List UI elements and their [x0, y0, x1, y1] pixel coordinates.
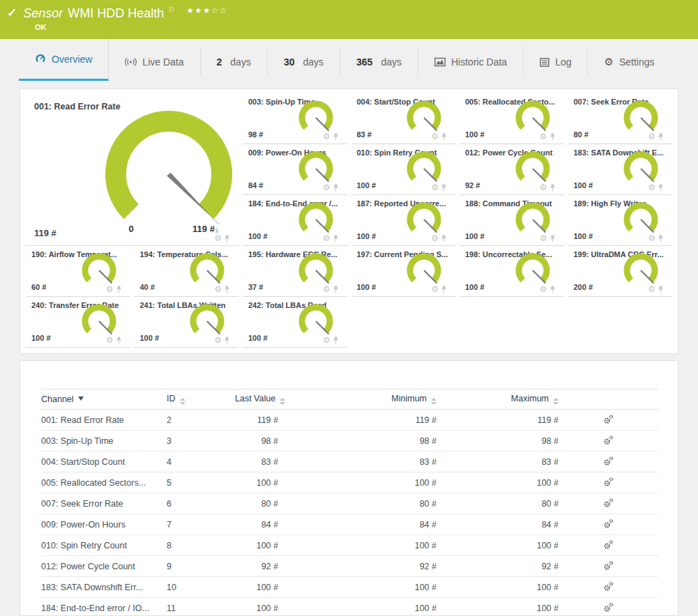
channel-settings-icon[interactable] — [603, 456, 614, 466]
tab-settings[interactable]: ⚙ Settings — [588, 47, 670, 77]
table-row[interactable]: 012: Power Cycle Count 9 92 # 92 # 92 # — [41, 556, 658, 577]
column-header-channel[interactable]: Channel — [41, 390, 167, 410]
cell-channel: 010: Spin Retry Count — [41, 535, 167, 556]
cell-last-value: 119 # — [235, 410, 278, 431]
pin-icon[interactable] — [441, 286, 447, 293]
column-header-last-value[interactable]: Last Value — [235, 390, 278, 410]
cell-channel: 007: Seek Error Rate — [41, 493, 167, 514]
tab-2-days[interactable]: 2 days — [201, 47, 268, 77]
channel-settings-icon[interactable] — [603, 498, 614, 508]
table-row[interactable]: 183: SATA Downshift Err... 10 100 # 100 … — [41, 577, 658, 598]
tab-settings-label: Settings — [619, 56, 655, 68]
cell-minimum: 100 # — [278, 577, 437, 598]
table-row[interactable]: 007: Seek Error Rate 6 80 # 80 # 80 # — [41, 493, 658, 514]
pin-icon[interactable] — [116, 286, 122, 293]
channel-settings-icon[interactable] — [603, 602, 614, 613]
channel-gear-icon[interactable]: ⚙ — [648, 183, 655, 192]
gauge-value: 100 # — [357, 283, 377, 291]
channel-gear-icon[interactable]: ⚙ — [648, 132, 655, 141]
tab-30-days[interactable]: 30 days — [268, 47, 340, 77]
tab-log[interactable]: Log — [524, 47, 588, 77]
channel-settings-icon[interactable] — [603, 477, 614, 487]
channel-gear-icon[interactable]: ⚙ — [106, 336, 114, 344]
pin-icon[interactable] — [549, 133, 556, 141]
gauge-value: 100 # — [31, 334, 51, 342]
tab-historic-data[interactable]: Historic Data — [418, 47, 524, 77]
channel-gear-icon[interactable]: ⚙ — [214, 336, 222, 344]
column-header-id[interactable]: ID — [167, 390, 235, 410]
channel-gear-icon[interactable]: ⚙ — [540, 234, 547, 242]
pin-icon[interactable] — [658, 133, 664, 141]
table-row[interactable]: 003: Spin-Up Time 3 98 # 98 # 98 # — [41, 431, 658, 452]
cell-minimum: 84 # — [278, 514, 437, 535]
channel-gear-icon[interactable]: ⚙ — [540, 132, 547, 141]
channel-settings-icon[interactable] — [603, 560, 614, 571]
channel-gear-icon[interactable]: ⚙ — [106, 285, 114, 293]
cell-maximum: 98 # — [437, 431, 559, 452]
channel-gear-icon[interactable]: ⚙ — [648, 234, 655, 242]
priority-stars[interactable]: ★★★☆☆ — [186, 6, 227, 15]
pin-icon[interactable] — [333, 337, 339, 344]
table-row[interactable]: 184: End-to-End error / IO... 11 100 # 1… — [41, 598, 658, 616]
cell-minimum: 92 # — [278, 556, 437, 577]
pin-icon[interactable] — [658, 184, 664, 192]
cell-maximum: 119 # — [437, 410, 559, 431]
table-row[interactable]: 004: Start/Stop Count 4 83 # 83 # 83 # — [41, 452, 658, 472]
pin-icon[interactable] — [224, 235, 230, 242]
pin-icon[interactable] — [441, 133, 447, 141]
channel-gear-icon[interactable]: ⚙ — [323, 336, 331, 344]
channel-gear-icon[interactable]: ⚙ — [431, 234, 439, 242]
channel-gear-icon[interactable]: ⚙ — [214, 234, 222, 242]
pin-icon[interactable] — [441, 184, 447, 192]
pin-icon[interactable] — [333, 235, 339, 242]
column-header-minimum-label: Minimum — [391, 394, 427, 403]
pin-icon[interactable] — [224, 337, 230, 344]
tab-live-data-label: Live Data — [142, 56, 183, 68]
tab-365-days[interactable]: 365 days — [340, 47, 418, 77]
channel-gear-icon[interactable]: ⚙ — [323, 132, 331, 141]
channel-settings-icon[interactable] — [603, 539, 614, 550]
gauges-panel: 001: Read Error Rate x̄ 0 119 # 119 # ⚙ … — [20, 88, 678, 354]
channel-gear-icon[interactable]: ⚙ — [648, 285, 655, 293]
channel-gear-icon[interactable]: ⚙ — [431, 132, 439, 141]
pin-icon[interactable] — [549, 235, 556, 242]
gauge-cell: 198: Uncorrectable Se... 100 # ⚙ — [460, 246, 564, 297]
pin-icon[interactable] — [333, 286, 339, 293]
channel-gear-icon[interactable]: ⚙ — [323, 183, 331, 192]
channel-gear-icon[interactable]: ⚙ — [214, 285, 222, 293]
pin-icon[interactable] — [333, 133, 339, 141]
flag-icon[interactable]: ⚐ — [168, 6, 175, 14]
channel-gear-icon[interactable]: ⚙ — [540, 285, 547, 293]
channel-gear-icon[interactable]: ⚙ — [431, 285, 439, 293]
pin-icon[interactable] — [441, 235, 447, 242]
pin-icon[interactable] — [549, 184, 556, 192]
table-row[interactable]: 009: Power-On Hours 7 84 # 84 # 84 # — [41, 514, 658, 535]
tab-overview[interactable]: Overview — [19, 39, 109, 81]
cell-channel: 183: SATA Downshift Err... — [41, 577, 167, 598]
pin-icon[interactable] — [658, 286, 664, 293]
column-header-minimum[interactable]: Minimum — [278, 390, 437, 410]
sensor-name: WMI HDD Health — [68, 6, 164, 21]
channel-settings-icon[interactable] — [603, 435, 614, 445]
gauge-cell: 007: Seek Error Rate 80 # ⚙ — [568, 93, 673, 144]
cell-maximum: 100 # — [437, 598, 559, 616]
column-header-maximum[interactable]: Maximum — [437, 390, 559, 410]
channel-gear-icon[interactable]: ⚙ — [431, 183, 439, 192]
pin-icon[interactable] — [116, 337, 122, 344]
channel-gear-icon[interactable]: ⚙ — [540, 183, 547, 192]
channel-settings-icon[interactable] — [603, 414, 614, 424]
table-row[interactable]: 010: Spin Retry Count 8 100 # 100 # 100 … — [41, 535, 658, 556]
channel-gear-icon[interactable]: ⚙ — [323, 234, 331, 242]
pin-icon[interactable] — [224, 286, 230, 293]
table-row[interactable]: 005: Reallocated Sectors... 5 100 # 100 … — [41, 472, 658, 493]
table-row[interactable]: 001: Read Error Rate 2 119 # 119 # 119 # — [41, 410, 658, 431]
channel-settings-icon[interactable] — [603, 581, 614, 592]
gauge-value: 100 # — [574, 232, 593, 240]
channel-settings-icon[interactable] — [603, 518, 614, 529]
pin-icon[interactable] — [549, 286, 556, 293]
tab-live-data[interactable]: Live Data — [109, 47, 200, 77]
pin-icon[interactable] — [333, 184, 339, 192]
gauge-value: 60 # — [31, 283, 46, 291]
channel-gear-icon[interactable]: ⚙ — [323, 285, 331, 293]
pin-icon[interactable] — [658, 235, 664, 242]
